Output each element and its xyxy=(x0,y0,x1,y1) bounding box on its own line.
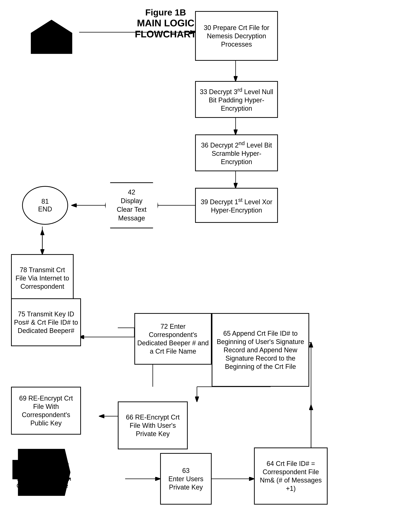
step-65: 65 Append Crt File ID# to Beginning of U… xyxy=(212,313,309,387)
svg-text:Correspondent File: Correspondent File xyxy=(16,482,68,489)
step-81: 81END xyxy=(22,186,68,225)
node-B: B xyxy=(11,458,33,481)
step-69: 69 RE-Encrypt Crt File With Corresponden… xyxy=(11,387,81,435)
node-C: C xyxy=(29,18,74,55)
diagram: Figure 1B MAIN LOGIC FLOWCHART xyxy=(0,0,420,530)
step-72: 72 Enter Correspondent's Dedicated Beepe… xyxy=(134,313,212,365)
step-64: 64 Crt File ID# = Correspondent File Nm&… xyxy=(254,447,328,505)
step-78: 78 Transmit Crt File Via Internet to Cor… xyxy=(11,254,74,302)
step-75: 75 Transmit Key ID Pos# & Crt File ID# t… xyxy=(11,298,81,346)
svg-text:62: 62 xyxy=(39,453,46,461)
svg-text:C: C xyxy=(47,29,56,43)
svg-text:B: B xyxy=(17,463,24,474)
step-39: 39 Decrypt 1st Level Xor Hyper-Encryptio… xyxy=(195,188,278,223)
step-36: 36 Decrypt 2nd Level Bit Scramble Hyper-… xyxy=(195,134,278,171)
step-33: 33 Decrypt 3rd Level Null Bit Padding Hy… xyxy=(195,81,278,118)
step-66: 66 RE-Encrypt Crt File With User's Priva… xyxy=(118,401,188,449)
step-42: 42DisplayClear TextMessage xyxy=(105,182,158,228)
step-63: 63Enter UsersPrivate Key xyxy=(160,453,212,505)
step-30: 30 Prepare Crt File for Nemesis Decrypti… xyxy=(195,11,278,61)
